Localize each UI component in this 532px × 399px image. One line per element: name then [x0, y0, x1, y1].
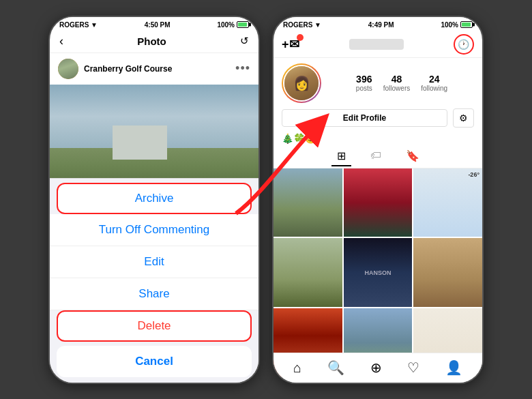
profile-top: 👩 396 posts 48 followers 24 following	[282, 63, 474, 103]
bookmark-view-icon[interactable]: 🔖	[400, 147, 425, 166]
phones-wrapper: ROGERS ▼ 4:50 PM 100% ‹ Photo ↺ Cranberr…	[48, 16, 484, 384]
battery-icon	[237, 21, 249, 28]
nav-search[interactable]: 🔍	[327, 359, 344, 376]
grid-cell-2[interactable]	[344, 168, 413, 237]
username-bar	[349, 39, 404, 50]
back-button[interactable]: ‹	[59, 34, 63, 48]
nav-add[interactable]: ⊕	[370, 359, 382, 376]
nav-home[interactable]: ⌂	[293, 360, 301, 376]
grid-view-icon[interactable]: ⊞	[331, 147, 351, 166]
right-status-bar: ROGERS ▼ 4:49 PM 100%	[274, 17, 482, 31]
action-sheet: Archive Turn Off Commenting Edit Share D…	[50, 178, 258, 383]
grid-cell-6[interactable]	[413, 238, 482, 307]
cancel-button[interactable]: Cancel	[57, 346, 252, 377]
grid-cell-5[interactable]: HANSON	[344, 238, 413, 307]
right-battery-text: 100%	[441, 21, 458, 29]
right-battery: 100%	[441, 21, 473, 29]
left-time: 4:50 PM	[145, 21, 171, 29]
bottom-nav: ⌂ 🔍 ⊕ ♡ 👤	[274, 353, 482, 383]
right-carrier: ROGERS ▼	[283, 21, 321, 29]
tag-view-icon[interactable]: 🏷	[365, 147, 387, 166]
grid-nav: ⊞ 🏷 🔖	[274, 145, 482, 168]
notifications-icon[interactable]: +✉	[282, 37, 299, 52]
edit-button[interactable]: Edit	[50, 246, 258, 278]
refresh-icon[interactable]: ↺	[240, 35, 249, 47]
left-status-bar: ROGERS ▼ 4:50 PM 100%	[50, 17, 258, 31]
notification-badge	[297, 34, 304, 41]
header-icons: 🕐	[454, 34, 474, 55]
photo-grid: -26° HANSON Christmas	[274, 168, 482, 377]
right-battery-icon	[460, 21, 473, 28]
archive-icon-button[interactable]: 🕐	[454, 34, 474, 55]
more-options-button[interactable]: •••	[235, 61, 250, 76]
grid-cell-1[interactable]	[274, 168, 342, 237]
photo-header: ‹ Photo ↺	[50, 31, 258, 53]
stat-followers: 48 followers	[383, 74, 410, 92]
archive-clock-icon: 🕐	[458, 39, 469, 50]
nav-heart[interactable]: ♡	[407, 359, 419, 376]
grid-cell-3[interactable]: -26°	[413, 168, 482, 237]
stat-posts: 396 posts	[356, 74, 372, 92]
grid-cell-4[interactable]	[274, 238, 342, 307]
profile-avatar[interactable]: 👩	[282, 63, 321, 103]
left-battery-text: 100%	[217, 21, 235, 29]
left-battery: 100%	[217, 21, 249, 29]
profile-buttons: Edit Profile ⚙	[282, 108, 474, 128]
edit-profile-button[interactable]: Edit Profile	[282, 109, 447, 127]
right-time: 4:49 PM	[368, 21, 394, 29]
instagram-header: +✉ 🕐	[274, 31, 482, 58]
nav-profile[interactable]: 👤	[445, 359, 462, 376]
share-button[interactable]: Share	[50, 278, 258, 310]
stat-following: 24 following	[421, 74, 447, 92]
right-phone: ROGERS ▼ 4:49 PM 100% +✉ 🕐	[272, 16, 484, 384]
photo-title: Photo	[137, 35, 166, 47]
delete-button[interactable]: Delete	[57, 310, 252, 342]
archive-button[interactable]: Archive	[57, 183, 252, 214]
turn-off-commenting-button[interactable]: Turn Off Commenting	[50, 214, 258, 246]
profile-section: 👩 396 posts 48 followers 24 following	[274, 58, 482, 130]
profile-emoji: 🎄🍀😊	[274, 130, 482, 145]
left-carrier: ROGERS ▼	[59, 21, 98, 29]
left-phone: ROGERS ▼ 4:50 PM 100% ‹ Photo ↺ Cranberr…	[48, 16, 260, 384]
settings-button[interactable]: ⚙	[453, 108, 474, 128]
post-username: Cranberry Golf Course	[84, 64, 230, 74]
post-header: Cranberry Golf Course •••	[50, 53, 258, 85]
profile-stats: 396 posts 48 followers 24 following	[329, 74, 474, 92]
post-avatar	[58, 59, 78, 79]
